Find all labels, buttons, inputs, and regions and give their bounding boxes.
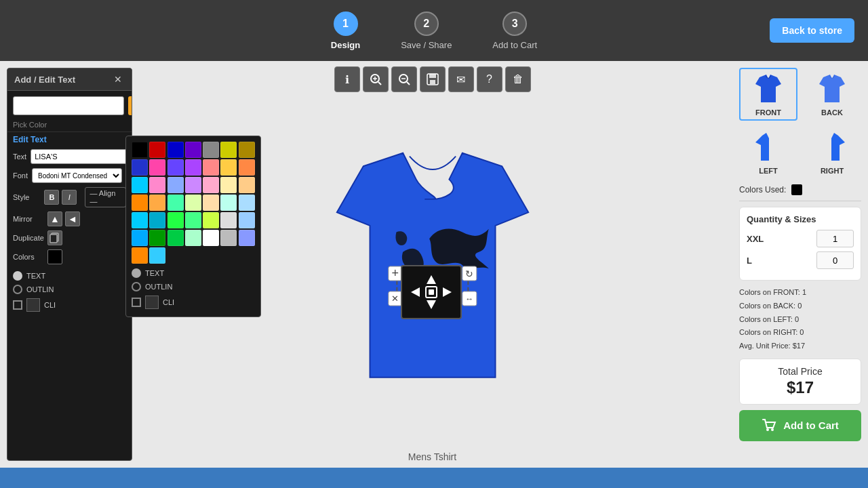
color-swatch-cyan[interactable] [132, 177, 148, 193]
step-addtocart[interactable]: 3 Add to Cart [492, 12, 537, 50]
color-swatch-pink[interactable] [149, 159, 165, 176]
delete-button[interactable]: 🗑 [505, 66, 531, 92]
color-swatch-lightgreen[interactable] [185, 195, 201, 211]
color-swatch-lightsalmon[interactable] [203, 195, 219, 211]
add-text-button[interactable]: Add [128, 96, 132, 115]
pick-color-label: Pick Color [7, 121, 132, 131]
svg-rect-10 [429, 74, 436, 78]
font-select[interactable]: Bodoni MT Condensed [32, 168, 122, 183]
italic-button[interactable]: I [62, 190, 77, 205]
qty-xxl-input[interactable] [816, 230, 854, 247]
close-panel-button[interactable]: ✕ [111, 74, 125, 85]
qty-l-input[interactable] [816, 251, 854, 269]
view-left-button[interactable]: LEFT [739, 126, 797, 179]
color-swatch-lightgray[interactable] [220, 212, 237, 228]
color-swatch-cyan2[interactable] [132, 212, 148, 228]
color-swatch-lightyellow[interactable] [220, 159, 237, 176]
clip-checkbox[interactable] [13, 300, 22, 310]
color-swatch-teal[interactable] [149, 212, 165, 228]
color-swatch-palegreen[interactable] [185, 230, 201, 246]
save-button[interactable] [420, 66, 446, 92]
popup-outline-radio[interactable] [132, 282, 141, 291]
color-swatch-cream[interactable] [220, 177, 237, 193]
color-swatch-blue[interactable] [167, 142, 184, 158]
color-swatch-cornblue[interactable] [167, 177, 184, 193]
color-swatch-gold[interactable] [239, 142, 255, 158]
color-swatch-mint[interactable] [167, 195, 184, 211]
outline-color-radio[interactable] [13, 285, 22, 294]
email-button[interactable]: ✉ [448, 66, 474, 92]
color-swatch-azure[interactable] [132, 230, 148, 246]
total-price-title: Total Price [747, 366, 854, 377]
color-swatch-lime[interactable] [203, 212, 219, 228]
text-value-input[interactable] [31, 149, 132, 164]
color-swatch-periwinkle[interactable] [239, 230, 255, 246]
back-to-store-button[interactable]: Back to store [770, 18, 854, 43]
color-swatch-darkgreen[interactable] [149, 230, 165, 246]
color-swatch-lightpurple[interactable] [185, 159, 201, 176]
svg-marker-14 [411, 287, 420, 297]
color-swatch-amber[interactable] [132, 247, 148, 264]
view-right-button[interactable]: RIGHT [803, 126, 861, 179]
step-design[interactable]: 1 Design [331, 12, 360, 50]
text-rotate-control[interactable]: ↻ [462, 266, 477, 281]
bottom-bar [0, 468, 868, 488]
color-swatch-rose[interactable] [203, 177, 219, 193]
color-swatch-lavender[interactable] [185, 177, 201, 193]
duplicate-button[interactable] [47, 230, 62, 245]
view-front-button[interactable]: FRONT [739, 68, 797, 121]
right-shirt-icon [815, 130, 849, 164]
total-price-value: $17 [747, 378, 854, 397]
color-swatch-green[interactable] [167, 212, 184, 228]
color-swatch-red[interactable] [149, 142, 165, 158]
color-swatch-dodger[interactable] [149, 247, 165, 264]
color-swatch-medgreen[interactable] [167, 230, 184, 246]
popup-clip-checkbox[interactable] [132, 298, 141, 307]
color-swatch-purple[interactable] [185, 142, 201, 158]
back-shirt-icon [815, 72, 849, 106]
color-swatch-limegreen[interactable] [185, 212, 201, 228]
color-swatch-black[interactable] [132, 142, 148, 158]
edit-text-title: Edit Text [7, 131, 132, 147]
color-swatch-white[interactable] [203, 230, 219, 246]
color-swatch-silver[interactable] [220, 230, 237, 246]
color-swatch-darkorange[interactable] [132, 195, 148, 211]
color-swatch-peach[interactable] [239, 177, 255, 193]
outline-color-option: OUTLIN [13, 283, 126, 296]
mirror-vertical-button[interactable]: ▲ [47, 211, 62, 226]
popup-clip-option: CLI [132, 293, 255, 311]
color-swatch-lightpink[interactable] [149, 177, 165, 193]
back-view-label: BACK [821, 108, 843, 117]
step-save[interactable]: 2 Save / Share [401, 12, 452, 50]
mirror-horizontal-button[interactable]: ◄ [65, 211, 80, 226]
stats-section: Colors on FRONT: 1 Colors on BACK: 0 Col… [739, 286, 861, 353]
color-swatch[interactable] [47, 249, 62, 264]
color-swatch-gray[interactable] [203, 142, 219, 158]
color-swatch-deepblue[interactable] [132, 159, 148, 176]
help-button[interactable]: ? [477, 66, 502, 92]
color-swatch-lightorange[interactable] [149, 195, 165, 211]
style-buttons: B I [44, 190, 77, 205]
color-swatch-lightred[interactable] [203, 159, 219, 176]
style-row: Style B I — Align — [7, 185, 132, 209]
view-back-button[interactable]: BACK [803, 68, 861, 121]
bold-button[interactable]: B [44, 190, 59, 205]
color-swatch-babyblue[interactable] [239, 212, 255, 228]
add-to-cart-button[interactable]: Add to Cart [739, 410, 861, 441]
new-text-input[interactable] [13, 96, 124, 115]
color-swatch-yellow[interactable] [220, 142, 237, 158]
popup-text-radio[interactable] [132, 268, 141, 278]
text-resize-control[interactable]: ↔ [462, 291, 477, 306]
stat-right: Colors on RIGHT: 0 [739, 326, 861, 340]
color-swatch-aquamint[interactable] [220, 195, 237, 211]
zoom-out-button[interactable] [391, 66, 417, 92]
text-value-row: Text [7, 147, 132, 166]
stat-left: Colors on LEFT: 0 [739, 313, 861, 327]
color-swatch-violet[interactable] [167, 159, 184, 176]
info-button[interactable]: ℹ [334, 66, 360, 92]
qty-title: Quantity & Sizes [747, 214, 854, 224]
color-swatch-skyblue[interactable] [239, 195, 255, 211]
zoom-in-button[interactable] [363, 66, 389, 92]
text-color-radio[interactable] [13, 271, 22, 281]
color-swatch-orange[interactable] [239, 159, 255, 176]
